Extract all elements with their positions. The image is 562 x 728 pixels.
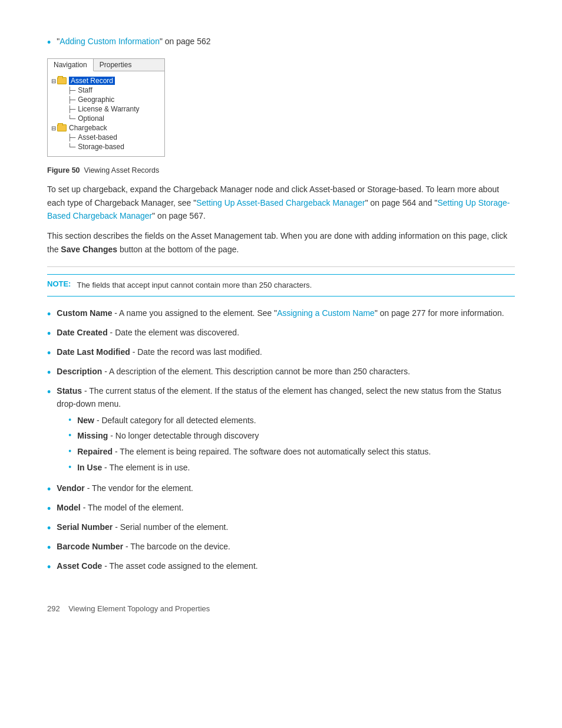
list-item-asset-code: • Asset Code - The asset code assigned t… [47,560,515,575]
bullet-dot-icon: • [47,541,51,555]
custom-name-desc: Custom Name - A name you assigned to the… [57,307,504,320]
asset-record-label: Asset Record [69,77,115,85]
tree-child-asset-based[interactable]: ├─ Asset-based [68,133,161,142]
description-desc: Description - A description of the eleme… [57,365,410,378]
list-item-description: • Description - A description of the ele… [47,365,515,380]
page-number: 292 [47,604,60,613]
footer-text: Viewing Element Topology and Properties [68,604,210,613]
note-label: NOTE: [47,279,71,288]
sub-item-missing: • Missing - No longer detectable through… [68,430,515,443]
serial-number-label: Serial Number [57,522,113,532]
bullet-dot-icon: • [47,385,51,400]
bullet-dot-icon: • [47,346,51,361]
date-modified-label: Date Last Modified [57,347,130,357]
sub-item-new: • New - Default category for all detecte… [68,414,515,427]
vendor-desc: Vendor - The vendor for the element. [57,482,193,495]
tree-root-chargeback[interactable]: ⊟ Chargeback [51,123,161,133]
bullet-dot-icon: • [47,482,51,497]
nav-panel-body: ⊟ Asset Record ├─ Staff ├─ Geographic ├─… [48,71,164,156]
divider [47,266,515,267]
tree-child-storage-based[interactable]: └─ Storage-based [68,142,161,151]
serial-number-desc: Serial Number - Serial number of the ele… [57,521,228,534]
bullet-dot-icon: • [47,327,51,341]
tree-child-geographic[interactable]: ├─ Geographic [68,95,161,104]
vendor-label: Vendor [57,483,84,493]
list-item-serial-number: • Serial Number - Serial number of the e… [47,521,515,536]
intro-bullet-text: "Adding Custom Information" on page 562 [57,35,210,48]
barcode-number-label: Barcode Number [57,542,123,551]
model-desc: Model - The model of the element. [57,502,183,515]
assigning-custom-name-link[interactable]: Assigning a Custom Name [277,308,375,318]
sub-item-in-use: • In Use - The element is in use. [68,462,515,475]
license-warranty-label: License & Warranty [78,105,139,113]
list-item-vendor: • Vendor - The vendor for the element. [47,482,515,497]
bullet-dot-icon: • [47,502,51,516]
repaired-desc: Repaired - The element is being repaired… [77,446,431,459]
nav-panel-tabs: Navigation Properties [48,59,164,71]
properties-tab[interactable]: Properties [94,59,138,71]
status-label: Status [57,386,82,396]
tree-line-3: ├─ [68,134,75,141]
chargeback-label: Chargeback [69,124,107,132]
figure-caption: Figure 50 Viewing Asset Records [47,166,515,174]
asset-code-label: Asset Code [57,561,102,571]
bullet-dot-icon: • [47,365,51,380]
list-item-custom-name: • Custom Name - A name you assigned to t… [47,307,515,322]
intro-bullet: • "Adding Custom Information" on page 56… [47,35,515,50]
body-paragraph-2: This section describes the fields on the… [47,229,515,256]
sub-bullet-dot: • [68,414,71,426]
expand-icon-2: ⊟ [51,125,56,131]
field-list: • Custom Name - A name you assigned to t… [47,307,515,575]
folder-icon [57,77,67,84]
tree-line-4: └─ [68,143,75,151]
tree-child-optional[interactable]: └─ Optional [68,114,161,123]
description-label: Description [57,367,102,376]
date-modified-desc: Date Last Modified - Date the record was… [57,346,262,359]
adding-custom-info-link[interactable]: Adding Custom Information [59,37,160,46]
tree-line: ├─ [68,96,75,104]
status-content: Status - The current status of the eleme… [57,385,515,477]
custom-name-label: Custom Name [57,308,112,318]
geographic-label: Geographic [78,95,114,104]
list-item-date-created: • Date Created - Date the element was di… [47,327,515,341]
figure-number: Figure 50 [47,166,80,174]
date-created-label: Date Created [57,328,107,337]
nav-panel: Navigation Properties ⊟ Asset Record ├─ … [47,58,165,157]
tree-child-staff[interactable]: ├─ Staff [68,85,161,95]
new-desc: New - Default category for all detected … [77,414,256,427]
in-use-desc: In Use - The element is in use. [77,462,190,475]
storage-based-label: Storage-based [78,143,124,151]
bullet-dot-icon: • [47,521,51,536]
status-desc: Status - The current status of the eleme… [57,386,501,409]
asset-code-desc: Asset Code - The asset code assigned to … [57,560,257,573]
bullet-dot-icon: • [47,307,51,322]
asset-based-chargeback-link[interactable]: Setting Up Asset-Based Chargeback Manage… [196,198,365,207]
page-footer: 292 Viewing Element Topology and Propert… [47,604,515,613]
list-item-date-modified: • Date Last Modified - Date the record w… [47,346,515,361]
sub-item-repaired: • Repaired - The element is being repair… [68,446,515,459]
staff-label: Staff [78,86,92,94]
list-item-barcode-number: • Barcode Number - The barcode on the de… [47,541,515,555]
bullet-dot-icon: • [47,35,51,50]
list-item-model: • Model - The model of the element. [47,502,515,516]
tree-line: ├─ [68,87,75,94]
tree-line: └─ [68,115,75,123]
figure-text: Viewing Asset Records [84,166,160,174]
missing-desc: Missing - No longer detectable through d… [77,430,259,443]
sub-bullet-dot: • [68,462,71,473]
bullet-dot-icon: • [47,560,51,575]
asset-based-label: Asset-based [78,133,117,141]
sub-bullet-dot: • [68,446,71,457]
note-content: The fields that accept input cannot cont… [77,279,312,291]
navigation-tab[interactable]: Navigation [48,59,94,71]
tree-child-license[interactable]: ├─ License & Warranty [68,104,161,114]
barcode-number-desc: Barcode Number - The barcode on the devi… [57,541,230,554]
folder-icon-2 [57,124,67,131]
tree-root-asset-record[interactable]: ⊟ Asset Record [51,76,161,85]
save-changes-bold: Save Changes [61,245,117,254]
list-item-status: • Status - The current status of the ele… [47,385,515,477]
model-label: Model [57,503,80,512]
tree-line: ├─ [68,106,75,113]
note-box: NOTE: The fields that accept input canno… [47,274,515,297]
expand-icon: ⊟ [51,78,56,84]
